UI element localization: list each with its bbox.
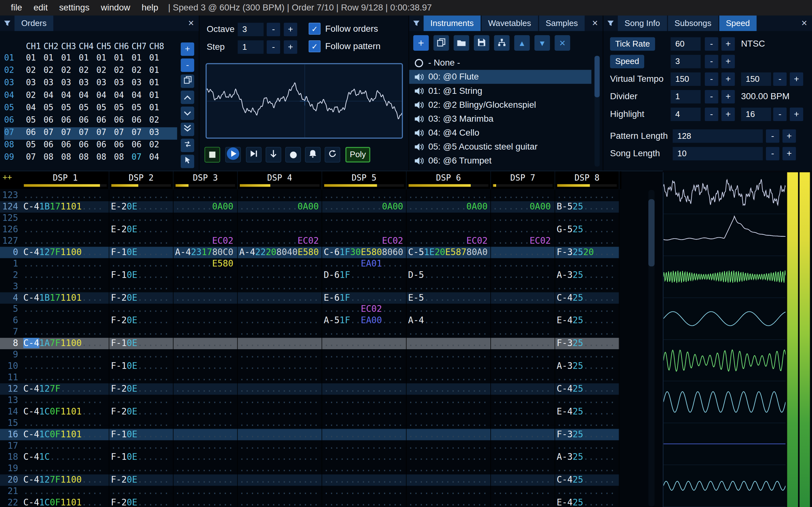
pattern-cell[interactable]: ............... [238, 303, 322, 315]
pattern-cell[interactable]: C-41C0F1101.... [22, 497, 109, 507]
speed-decrease-button[interactable]: - [705, 55, 718, 68]
order-cell[interactable]: 06 [96, 115, 114, 127]
pattern-cell[interactable]: ........... [491, 349, 555, 360]
pattern-cell[interactable]: C-61F30E5808060 [322, 247, 407, 258]
pattern-cell[interactable]: ............... [238, 474, 322, 486]
pattern-cell[interactable]: ............... [322, 281, 407, 292]
pattern-cell[interactable]: ............... [407, 463, 491, 474]
order-cell[interactable]: 04 [61, 90, 79, 102]
song-length-input[interactable]: 10 [673, 147, 763, 160]
pattern-cell[interactable]: A-325...... [555, 270, 619, 281]
pattern-cell[interactable]: ........... [173, 497, 238, 507]
pattern-cell[interactable]: F-20E...... [109, 474, 173, 486]
pattern-cell[interactable]: ........... [173, 372, 238, 383]
pattern-cell[interactable]: ............... [322, 429, 407, 440]
pattern-cell[interactable]: F-325...... [555, 429, 619, 440]
pattern-cell[interactable]: F-20E...... [109, 383, 173, 395]
order-cell[interactable]: 02 [61, 65, 79, 78]
pattern-cell[interactable]: ........... [555, 463, 619, 474]
song-length-increase-button[interactable]: + [782, 147, 796, 160]
order-cell[interactable]: 05 [61, 102, 79, 115]
order-cell[interactable]: 07 [61, 127, 79, 140]
order-cell[interactable]: 04 [96, 90, 114, 102]
channel-header[interactable]: DSP 5 [322, 171, 407, 189]
pattern-cell[interactable]: ............... [22, 486, 109, 497]
pattern-cell[interactable]: ........... [109, 213, 173, 224]
follow-pattern-checkbox[interactable]: ✓ [309, 40, 321, 52]
order-cell[interactable]: 05 [79, 102, 96, 115]
order-cell[interactable]: 08 [79, 152, 96, 164]
pattern-cell[interactable]: F-10E...... [109, 338, 173, 349]
step-increase-button[interactable]: + [284, 40, 297, 54]
pattern-cell[interactable]: E-20E...... [109, 224, 173, 235]
pattern-cell[interactable]: E-425...... [555, 315, 619, 326]
speed-input[interactable]: 3 [670, 55, 701, 68]
pattern-cell[interactable]: ........... [109, 281, 173, 292]
pattern-cell[interactable]: ........... [491, 326, 555, 338]
pattern-cell[interactable]: ............... [22, 235, 109, 247]
tab-subsongs[interactable]: Subsongs [668, 15, 718, 31]
order-cell[interactable]: 01 [149, 65, 167, 78]
order-cell[interactable]: 01 [26, 53, 44, 65]
instrument-list-scrollbar[interactable] [595, 56, 600, 166]
pattern-cell[interactable]: ............... [407, 395, 491, 406]
pattern-cell[interactable]: ............... [407, 406, 491, 418]
order-cell[interactable]: 03 [96, 78, 114, 90]
pattern-cell[interactable]: ............... [322, 372, 407, 383]
pattern-cell[interactable]: ............... [22, 372, 109, 383]
move-order-down-button[interactable] [181, 107, 194, 120]
pattern-cell[interactable]: ........... [109, 349, 173, 360]
octave-decrease-button[interactable]: - [267, 23, 280, 36]
order-cell[interactable]: 04 [132, 90, 149, 102]
pattern-cell[interactable]: C-425...... [555, 474, 619, 486]
pattern-cell[interactable]: F-20E...... [109, 406, 173, 418]
pattern-cell[interactable]: ............... [22, 315, 109, 326]
order-row[interactable]: 080506060606060602 [4, 140, 177, 152]
pattern-cell[interactable]: ............... [322, 383, 407, 395]
order-cell[interactable]: 03 [149, 127, 167, 140]
pattern-cell[interactable]: ........... [109, 372, 173, 383]
pattern-cell[interactable]: ........... [173, 440, 238, 452]
pattern-cell[interactable]: ............... [238, 360, 322, 372]
scrollbar-thumb[interactable] [648, 199, 655, 267]
pattern-cell[interactable]: ........... [109, 190, 173, 201]
pattern-cell[interactable]: C-4127F........ [22, 383, 109, 395]
tab-orders[interactable]: Orders [14, 15, 53, 31]
pattern-cell[interactable]: ........... [491, 360, 555, 372]
channel-header[interactable]: DSP 3 [173, 171, 238, 189]
step-input[interactable]: 1 [238, 40, 264, 54]
pattern-cell[interactable]: ........... [491, 497, 555, 507]
order-cell[interactable]: 01 [149, 53, 167, 65]
menu-settings[interactable]: settings [53, 3, 95, 13]
pattern-cell[interactable]: ........... [491, 213, 555, 224]
pattern-cell[interactable]: ........... [491, 372, 555, 383]
pattern-cell[interactable]: ............... [238, 349, 322, 360]
pattern-cell[interactable]: ...........EC02 [238, 235, 322, 247]
octave-increase-button[interactable]: + [284, 23, 297, 36]
record-button[interactable] [286, 147, 301, 163]
pattern-cell[interactable]: ............... [407, 281, 491, 292]
pattern-cell[interactable]: A-4............ [407, 315, 491, 326]
order-cell[interactable]: 02 [44, 65, 61, 78]
order-cell[interactable]: 01 [149, 102, 167, 115]
pattern-cell[interactable]: ............... [407, 452, 491, 463]
pattern-cell[interactable]: ........... [173, 429, 238, 440]
pattern-cell[interactable]: ............... [407, 338, 491, 349]
pattern-cell[interactable]: ............... [238, 418, 322, 429]
order-cell[interactable]: 07 [26, 152, 44, 164]
pattern-cell[interactable]: ........... [173, 360, 238, 372]
tab-samples[interactable]: Samples [539, 15, 585, 31]
play-button[interactable] [225, 147, 241, 163]
order-cell[interactable]: 06 [79, 115, 96, 127]
poly-button[interactable]: Poly [345, 147, 370, 163]
pattern-length-input[interactable]: 128 [673, 129, 763, 143]
pattern-cell[interactable]: ........... [491, 395, 555, 406]
order-cell[interactable]: 08 [96, 152, 114, 164]
instrument-item[interactable]: 02: @2 Blingy/Glockenspiel [409, 98, 592, 112]
order-cell[interactable]: 06 [96, 140, 114, 152]
order-cell[interactable]: 07 [44, 127, 61, 140]
tick-rate-button[interactable]: Tick Rate [610, 38, 655, 51]
pattern-cell[interactable]: ............... [22, 258, 109, 270]
channel-header[interactable]: DSP 2 [109, 171, 173, 189]
pattern-cell[interactable]: ............... [322, 395, 407, 406]
